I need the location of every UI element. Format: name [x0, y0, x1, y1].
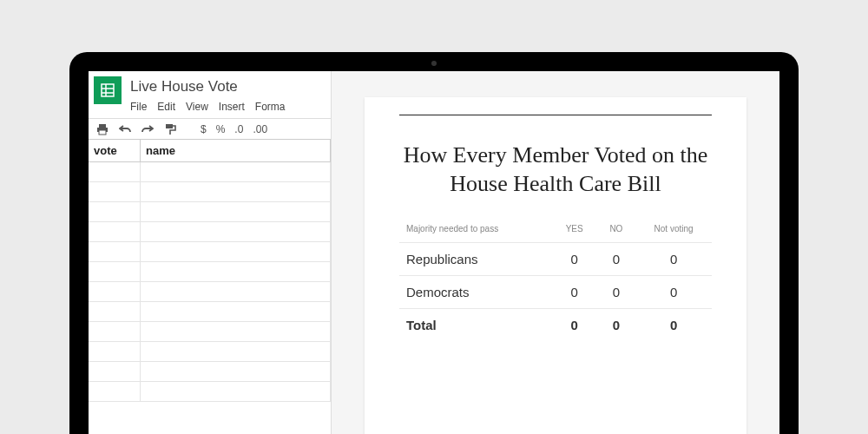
toolbar: $ % .0 .00	[89, 118, 331, 140]
format-percent-button[interactable]: %	[216, 123, 226, 135]
cell-yes: 0	[552, 276, 597, 309]
article-card: How Every Member Voted on the House Heal…	[365, 97, 746, 434]
spreadsheet-header: Live House Vote File Edit View Insert Fo…	[89, 71, 331, 118]
table-row: Republicans 0 0 0	[399, 243, 712, 276]
menu-view[interactable]: View	[186, 101, 208, 113]
vote-table: Majority needed to pass YES NO Not votin…	[399, 224, 712, 341]
menu-insert[interactable]: Insert	[219, 101, 245, 113]
spreadsheet-window: Live House Vote File Edit View Insert Fo…	[89, 71, 332, 434]
col-yes: YES	[552, 224, 597, 243]
row-label: Total	[399, 309, 552, 342]
screen: Live House Vote File Edit View Insert Fo…	[89, 71, 779, 434]
cell-nv: 0	[635, 243, 712, 276]
camera-dot	[431, 61, 437, 66]
document-title[interactable]: Live House Vote	[128, 76, 326, 97]
menu-format[interactable]: Forma	[255, 101, 286, 113]
laptop-frame: Live House Vote File Edit View Insert Fo…	[69, 52, 799, 434]
menu-file[interactable]: File	[130, 101, 147, 113]
table-row[interactable]	[89, 162, 331, 182]
article-headline: How Every Member Voted on the House Heal…	[399, 141, 712, 198]
article-canvas: How Every Member Voted on the House Heal…	[332, 71, 779, 434]
row-label: Republicans	[399, 243, 552, 276]
print-icon[interactable]	[95, 122, 108, 135]
table-row: Democrats 0 0 0	[399, 276, 712, 309]
cell-yes: 0	[552, 309, 597, 342]
table-row[interactable]	[89, 342, 331, 362]
table-row[interactable]	[89, 202, 331, 222]
format-dec0-button[interactable]: .0	[234, 123, 243, 135]
spreadsheet-grid[interactable]: vote name	[89, 140, 331, 434]
menu-edit[interactable]: Edit	[157, 101, 175, 113]
column-header-name[interactable]: name	[141, 140, 331, 161]
sheets-logo-icon	[94, 76, 122, 104]
svg-rect-6	[99, 130, 106, 135]
table-row[interactable]	[89, 382, 331, 402]
undo-icon[interactable]	[118, 122, 131, 135]
table-note: Majority needed to pass	[399, 224, 552, 243]
table-row[interactable]	[89, 262, 331, 282]
svg-rect-4	[99, 124, 106, 128]
table-row[interactable]	[89, 302, 331, 322]
svg-rect-0	[102, 84, 114, 96]
table-row[interactable]	[89, 222, 331, 242]
article-rule	[399, 115, 712, 115]
svg-rect-7	[166, 124, 173, 128]
table-row[interactable]	[89, 362, 331, 382]
cell-nv: 0	[635, 276, 712, 309]
redo-icon[interactable]	[141, 122, 154, 135]
format-dec00-button[interactable]: .00	[253, 123, 267, 135]
paint-format-icon[interactable]	[163, 122, 176, 135]
cell-nv: 0	[635, 309, 712, 342]
table-row[interactable]	[89, 182, 331, 202]
row-label: Democrats	[399, 276, 552, 309]
grid-header-row: vote name	[89, 140, 331, 162]
table-row[interactable]	[89, 322, 331, 342]
col-no: NO	[597, 224, 636, 243]
cell-no: 0	[597, 309, 636, 342]
column-header-vote[interactable]: vote	[89, 140, 141, 161]
format-currency-button[interactable]: $	[201, 123, 207, 135]
cell-no: 0	[597, 276, 636, 309]
cell-no: 0	[597, 243, 636, 276]
table-row-total: Total 0 0 0	[399, 309, 712, 342]
col-not-voting: Not voting	[635, 224, 712, 243]
cell-yes: 0	[552, 243, 597, 276]
menubar: File Edit View Insert Forma	[128, 97, 326, 118]
table-row[interactable]	[89, 242, 331, 262]
table-row[interactable]	[89, 282, 331, 302]
